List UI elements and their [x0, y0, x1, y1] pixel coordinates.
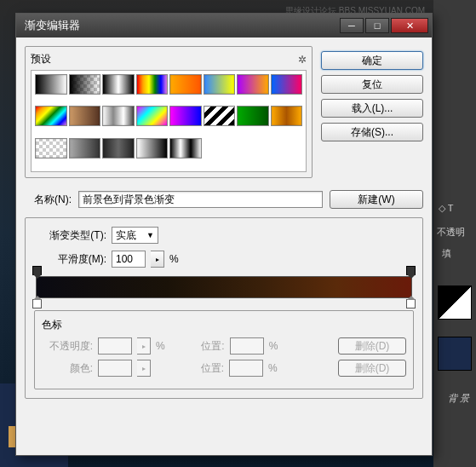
type-label: 渐变类型(T):	[34, 228, 106, 243]
pos2-label: 位置:	[181, 361, 224, 376]
gradient-group: 渐变类型(T): 实底 ▼ 平滑度(M): ▸ % 色标	[25, 217, 423, 399]
opacity-stop-left[interactable]	[32, 266, 42, 275]
presets-label: 预设	[31, 52, 51, 66]
preset-swatches	[31, 70, 307, 172]
swatch[interactable]	[237, 106, 269, 126]
presets-group: 预设 ✲	[25, 46, 313, 178]
minimize-button[interactable]: ─	[340, 18, 364, 33]
swatch[interactable]	[35, 138, 67, 159]
name-label: 名称(N):	[25, 193, 72, 207]
reset-button[interactable]: 复位	[321, 75, 423, 94]
swatch[interactable]	[102, 74, 135, 95]
opacity-label: 不透明度:	[42, 339, 93, 354]
action-buttons: 确定 复位 载入(L)... 存储(S)...	[321, 46, 423, 178]
ok-button[interactable]: 确定	[321, 51, 423, 70]
close-button[interactable]: ✕	[391, 18, 428, 33]
color-label: 颜色:	[42, 361, 93, 376]
window-buttons: ─ □ ✕	[340, 18, 428, 33]
name-row: 名称(N): 新建(W)	[25, 190, 423, 209]
dialog-title: 渐变编辑器	[20, 18, 340, 33]
save-button[interactable]: 存储(S)...	[321, 123, 423, 141]
ps-side-panel: ◇ T 不透明 填 背 景	[433, 0, 476, 467]
gradient-editor-dialog: 渐变编辑器 ─ □ ✕ 预设 ✲	[15, 13, 433, 456]
swatch[interactable]	[169, 138, 202, 159]
swatch[interactable]	[35, 106, 67, 126]
swatch[interactable]	[169, 74, 202, 95]
delete2-button: 删除(D)	[338, 360, 406, 377]
side-opacity: 不透明	[437, 226, 465, 239]
swatch[interactable]	[136, 74, 169, 95]
smooth-unit: %	[169, 253, 179, 265]
swatch[interactable]	[136, 106, 169, 126]
opacity-stop-row: 不透明度: ▸ % 位置: % 删除(D)	[42, 337, 406, 355]
swatch[interactable]	[69, 106, 101, 126]
swatch[interactable]	[69, 138, 101, 159]
swatch[interactable]	[204, 106, 236, 126]
name-input[interactable]	[78, 191, 323, 208]
dialog-body: 预设 ✲	[16, 37, 432, 455]
side-fill: 填	[442, 247, 451, 260]
swatch[interactable]	[69, 74, 101, 95]
swatch[interactable]	[102, 106, 135, 126]
swatch[interactable]	[204, 74, 236, 95]
pos1-input	[230, 337, 264, 355]
swatch[interactable]	[237, 74, 269, 95]
color-input	[98, 360, 132, 377]
pos2-input	[229, 360, 263, 377]
stops-group: 色标 不透明度: ▸ % 位置: % 删除(D) 颜色: ▸ 位置:	[34, 310, 414, 389]
maximize-button[interactable]: □	[365, 18, 389, 33]
load-button[interactable]: 载入(L)...	[321, 99, 423, 118]
color-stop-right[interactable]	[406, 299, 416, 308]
color-spinner: ▸	[137, 360, 151, 377]
smooth-input[interactable]	[112, 251, 146, 268]
swatch[interactable]	[35, 74, 67, 95]
bg-layer-label: 背 景	[448, 392, 469, 405]
titlebar[interactable]: 渐变编辑器 ─ □ ✕	[16, 14, 432, 37]
smooth-label: 平滑度(M):	[34, 252, 106, 267]
pos2-unit: %	[268, 362, 278, 374]
stops-title: 色标	[42, 318, 406, 332]
opacity-spinner: ▸	[137, 337, 151, 355]
smooth-spinner[interactable]: ▸	[151, 251, 164, 268]
type-select[interactable]: 实底 ▼	[112, 227, 158, 244]
layer-thumb-2[interactable]	[438, 337, 472, 371]
color-stop-row: 颜色: ▸ 位置: % 删除(D)	[42, 360, 406, 377]
new-button[interactable]: 新建(W)	[330, 190, 423, 209]
opacity-unit: %	[156, 340, 165, 352]
color-stop-left[interactable]	[32, 299, 42, 308]
swatch[interactable]	[169, 106, 202, 126]
gear-icon[interactable]: ✲	[298, 54, 307, 66]
gradient-track	[36, 276, 412, 298]
pos1-label: 位置:	[182, 339, 225, 354]
layer-thumb-1[interactable]	[438, 285, 472, 320]
side-text: ◇ T	[439, 203, 454, 214]
swatch[interactable]	[102, 138, 135, 159]
swatch[interactable]	[271, 106, 303, 126]
swatch[interactable]	[136, 138, 169, 159]
swatch[interactable]	[271, 74, 303, 95]
pos1-unit: %	[269, 340, 278, 352]
opacity-stop-right[interactable]	[406, 266, 416, 275]
delete1-button: 删除(D)	[338, 337, 406, 355]
gradient-bar[interactable]	[36, 276, 412, 298]
chevron-down-icon: ▼	[146, 231, 154, 239]
type-value: 实底	[116, 228, 136, 243]
opacity-input	[98, 337, 132, 355]
